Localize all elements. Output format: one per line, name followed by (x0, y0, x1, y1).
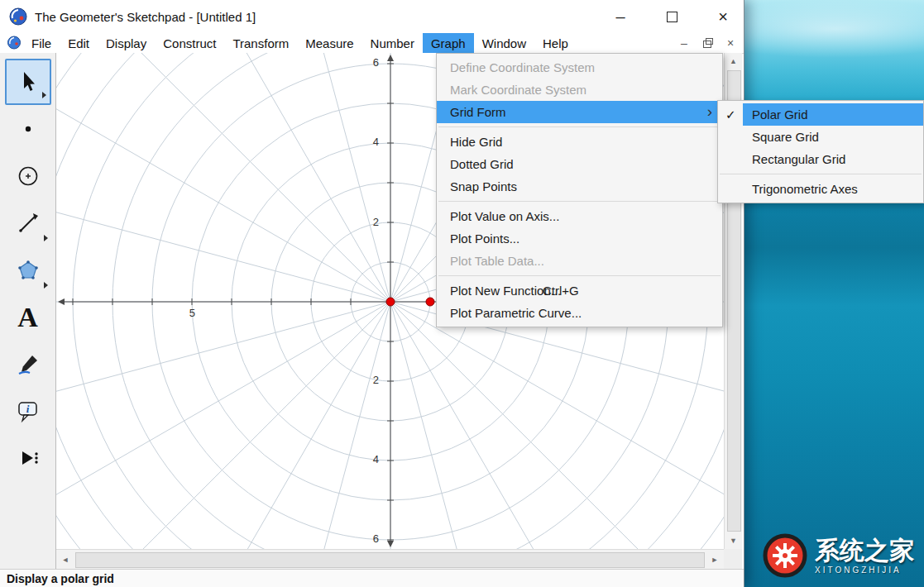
minimize-button[interactable]: – (611, 7, 630, 26)
maximize-icon (667, 12, 677, 22)
text-tool-icon: A (17, 303, 38, 332)
menu-separator (438, 201, 721, 202)
menu-label: File (31, 36, 51, 50)
menu-label: Help (543, 36, 568, 50)
tool-compass[interactable] (5, 153, 51, 199)
tool-polygon[interactable] (5, 247, 51, 294)
scroll-down-icon: ▼ (730, 537, 737, 545)
menu-edit[interactable]: Edit (60, 33, 98, 53)
menu-file[interactable]: File (23, 33, 60, 53)
svg-text:i: i (26, 403, 29, 415)
tool-information[interactable]: i (5, 389, 51, 435)
check-icon: ✓ (725, 103, 736, 126)
child-close-button[interactable]: × (724, 36, 737, 50)
menu-item-label: Plot Value on Axis... (450, 209, 559, 223)
axis-label: 5 (177, 307, 195, 319)
watermark-gear-icon (762, 532, 808, 579)
menu-item-snap-points[interactable]: Snap Points (437, 175, 722, 198)
menu-help[interactable]: Help (534, 33, 577, 53)
window-title: The Geometer's Sketchpad - [Untitled 1] (35, 10, 256, 24)
menu-item-define-coordinate-system: Define Coordinate System (437, 56, 722, 79)
screen: 系统之家 XITONGZHIJIA The Geometer's Sketchp… (0, 0, 924, 587)
close-button[interactable]: × (714, 7, 732, 26)
tool-marker[interactable] (5, 341, 51, 388)
app-icon (8, 7, 28, 26)
menu-item-label: Plot Table Data... (450, 254, 544, 268)
maximize-button[interactable] (663, 7, 681, 26)
submenu-item-label: Rectangular Grid (752, 152, 845, 166)
menu-item-label: Snap Points (450, 179, 517, 193)
child-minimize-button[interactable]: – (677, 36, 691, 50)
menu-item-label: Plot Points... (450, 231, 519, 246)
tool-selection-arrow[interactable] (5, 59, 51, 105)
submenu-item-square-grid[interactable]: Square Grid (718, 126, 923, 148)
scroll-right-button[interactable]: ► (706, 550, 724, 569)
tool-custom[interactable] (5, 436, 51, 482)
axis-label: 4 (361, 453, 379, 465)
menu-construct[interactable]: Construct (155, 33, 224, 53)
menu-label: Graph (431, 36, 466, 50)
scroll-left-button[interactable]: ◄ (56, 550, 74, 569)
submenu-arrow-icon: › (707, 101, 712, 122)
menu-item-label: Define Coordinate System (450, 60, 595, 74)
menu-shortcut: Ctrl+G (543, 279, 579, 302)
information-tool-icon: i (16, 399, 41, 424)
menu-separator (720, 174, 922, 174)
menu-item-dotted-grid[interactable]: Dotted Grid (437, 153, 722, 175)
custom-tool-icon (17, 447, 40, 470)
menu-item-hide-grid[interactable]: Hide Grid (437, 131, 722, 153)
submenu-item-rectangular-grid[interactable]: Rectangular Grid (718, 148, 923, 170)
menu-item-label: Mark Coordinate System (450, 83, 586, 97)
menu-label: Transform (232, 36, 289, 50)
scroll-up-button[interactable]: ▲ (725, 53, 742, 69)
straightedge-tool-icon (17, 212, 40, 235)
point-tool-icon (17, 117, 40, 141)
child-close-icon: × (727, 36, 734, 50)
graph-menu-dropdown: Define Coordinate System Mark Coordinate… (436, 53, 723, 327)
site-watermark: 系统之家 XITONGZHIJIA (762, 532, 914, 579)
tool-straightedge[interactable] (5, 200, 51, 246)
menu-graph[interactable]: Graph (423, 33, 474, 53)
menu-window[interactable]: Window (474, 33, 534, 53)
menu-item-plot-points[interactable]: Plot Points... (437, 227, 722, 250)
scroll-down-button[interactable]: ▼ (725, 532, 742, 549)
scrollbar-corner (724, 549, 742, 569)
axis-label: 6 (361, 56, 379, 69)
flyout-indicator-icon (42, 92, 46, 98)
menu-measure[interactable]: Measure (297, 33, 361, 53)
selection-arrow-icon (17, 70, 40, 93)
watermark-title: 系统之家 (815, 537, 914, 566)
plotted-point[interactable] (426, 298, 434, 306)
menu-separator (438, 126, 721, 127)
status-bar: Display a polar grid (0, 569, 744, 587)
menu-label: Window (482, 36, 526, 50)
axis-label: 2 (361, 216, 379, 228)
title-bar: The Geometer's Sketchpad - [Untitled 1] … (0, 0, 744, 33)
menu-item-mark-coordinate-system: Mark Coordinate System (437, 79, 722, 101)
horizontal-scroll-thumb[interactable] (75, 552, 705, 568)
menu-label: Edit (68, 36, 89, 50)
scroll-up-icon: ▲ (730, 57, 737, 65)
plotted-point[interactable] (386, 298, 395, 306)
compass-tool-icon (16, 164, 41, 189)
watermark-subtitle: XITONGZHIJIA (815, 566, 914, 575)
menu-item-plot-value-on-axis[interactable]: Plot Value on Axis... (437, 205, 722, 227)
submenu-item-trigonometric-axes[interactable]: Trigonometric Axes (718, 178, 923, 200)
menu-item-grid-form[interactable]: Grid Form › (437, 101, 722, 123)
tool-text[interactable]: A (5, 294, 51, 341)
menu-item-plot-parametric-curve[interactable]: Plot Parametric Curve... (437, 302, 722, 324)
submenu-item-polar-grid[interactable]: ✓ Polar Grid (718, 103, 923, 126)
scroll-left-icon: ◄ (62, 556, 69, 564)
marker-tool-icon (17, 353, 40, 376)
menu-transform[interactable]: Transform (224, 33, 297, 53)
menu-item-plot-table-data: Plot Table Data... (437, 250, 722, 272)
flyout-indicator-icon (44, 282, 48, 289)
horizontal-scrollbar[interactable]: ◄ ► (56, 549, 724, 569)
menu-item-plot-new-function[interactable]: Plot New Function... Ctrl+G (437, 279, 722, 302)
menu-item-label: Dotted Grid (450, 157, 514, 171)
tool-point[interactable] (5, 106, 51, 152)
menu-number[interactable]: Number (362, 33, 423, 53)
child-restore-button[interactable] (701, 36, 714, 50)
menu-display[interactable]: Display (98, 33, 155, 53)
document-icon (7, 36, 23, 50)
